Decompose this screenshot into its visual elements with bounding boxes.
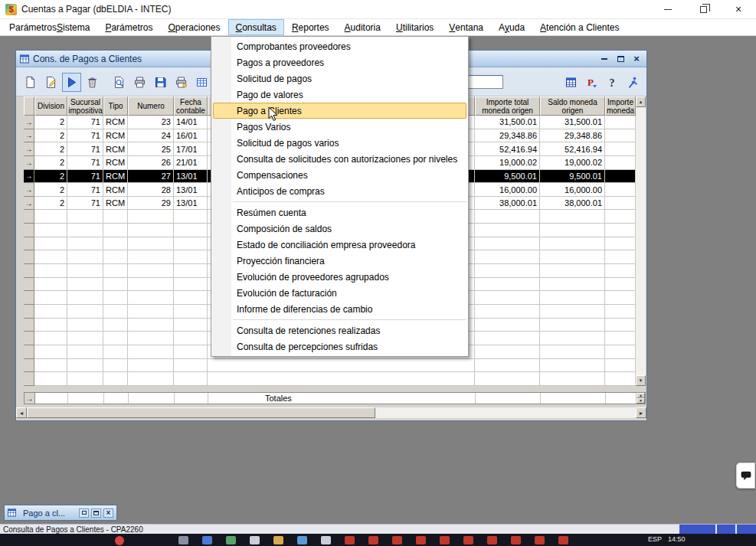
horizontal-scrollbar[interactable]: ◄ ► (16, 407, 646, 418)
child-close-button[interactable]: × (630, 54, 643, 64)
scroll-left-arrow[interactable]: ◄ (16, 407, 27, 418)
column-header-importe[interactable]: Importe total moneda origen (475, 96, 540, 116)
menu-item-consulta-de-solicitudes-con-autorizaciones-por-niveles[interactable]: Consulta de solicitudes con autorizacion… (213, 151, 466, 167)
column-header-fecha[interactable]: Fecha contable (174, 96, 208, 116)
export-grid-button[interactable] (192, 73, 211, 92)
menubar-item-ventana[interactable]: Ventana (441, 19, 491, 35)
params-button[interactable]: P (582, 73, 601, 92)
taskbar-app-icon[interactable] (115, 536, 124, 545)
cell-sucursal (67, 305, 103, 319)
grid-view-button[interactable] (561, 73, 581, 92)
menu-item-composicion-de-saldos[interactable]: Composición de saldos (213, 221, 466, 237)
mini-close-button[interactable]: × (103, 508, 113, 518)
menubar-item-parametros-sistema[interactable]: Parámetros Sistema (2, 19, 97, 35)
taskbar-app-icon[interactable] (226, 536, 236, 544)
empty-table-row[interactable] (24, 372, 636, 386)
taskbar-app-icon[interactable] (250, 536, 260, 544)
menubar-item-operaciones[interactable]: Operaciones (160, 19, 227, 35)
mini-restore-button[interactable] (79, 508, 89, 518)
child-maximize-button[interactable] (614, 54, 627, 64)
menu-item-estado-de-conciliacion-empresa-proveedora[interactable]: Estado de conciliación empresa proveedor… (213, 237, 466, 253)
column-header-blank[interactable] (24, 96, 34, 116)
column-header-tipo[interactable]: Tipo (103, 96, 128, 116)
scroll-right-arrow[interactable]: ► (636, 407, 646, 418)
help-button[interactable]: ? (603, 73, 622, 92)
close-button[interactable]: × (721, 0, 756, 18)
menubar-item-atencion-a-clientes[interactable]: Atención a Clientes (532, 19, 627, 35)
menubar-item-consultas[interactable]: Consultas (228, 19, 284, 35)
menu-item-solicitud-de-pagos[interactable]: Solicitud de pagos (213, 70, 466, 87)
exit-button[interactable] (623, 73, 643, 92)
menu-item-compensaciones[interactable]: Compensaciones (213, 167, 466, 183)
taskbar-app-icon[interactable] (345, 536, 355, 544)
scroll-down-arrow[interactable]: ▼ (636, 375, 646, 386)
menu-item-evolucion-de-proveedores-agrupados[interactable]: Evolución de proveedores agrupados (213, 269, 466, 285)
column-header-division[interactable]: Division (34, 96, 67, 116)
menu-item-pagos-varios[interactable]: Pagos Varios (213, 119, 466, 135)
menu-item-consulta-de-percepciones-sufridas[interactable]: Consulta de percepciones sufridas (213, 338, 466, 355)
vertical-scrollbar[interactable]: ▲ ▼ (636, 96, 646, 386)
taskbar-clock[interactable]: 14:50 (668, 535, 686, 543)
menu-item-informe-de-diferencias-de-cambio[interactable]: Informe de diferencias de cambio (213, 301, 466, 317)
taskbar-language[interactable]: ESP (648, 535, 662, 543)
cell-tipo: RCM (103, 129, 128, 143)
save-button[interactable] (151, 73, 170, 92)
spin-down-arrow[interactable]: ▼ (637, 398, 645, 404)
taskbar-app-icon[interactable] (273, 536, 283, 544)
minimized-window[interactable]: Pago a cl... × (4, 505, 117, 521)
totals-spinner[interactable]: ▲ ▼ (637, 393, 645, 404)
menu-item-evolucion-de-facturacion[interactable]: Evolución de facturación (213, 285, 466, 301)
taskbar-app-icon[interactable] (511, 536, 521, 544)
edit-record-button[interactable] (41, 73, 61, 92)
menu-item-consulta-de-retenciones-realizadas[interactable]: Consulta de retenciones realizadas (213, 322, 466, 338)
new-record-button[interactable] (21, 73, 40, 92)
minimize-button[interactable] (650, 0, 686, 18)
menubar-item-reportes[interactable]: Reportes (284, 19, 337, 35)
run-query-button[interactable] (62, 73, 81, 92)
menubar-item-parametros[interactable]: Parámetros (97, 19, 160, 35)
taskbar-app-icon[interactable] (321, 536, 331, 544)
column-header-numero[interactable]: Numero (128, 96, 174, 116)
column-header-sucursal[interactable]: Sucursal impositiva (67, 96, 103, 116)
preview-button[interactable] (110, 73, 129, 92)
scroll-up-arrow[interactable]: ▲ (636, 96, 646, 107)
taskbar-app-icon[interactable] (368, 536, 378, 544)
menubar-item-utilitarios[interactable]: Utilitarios (388, 19, 441, 35)
print-setup-button[interactable] (172, 73, 191, 92)
menu-item-solicitud-de-pagos-varios[interactable]: Solicitud de pagos varios (213, 135, 466, 151)
taskbar-app-icon[interactable] (440, 536, 450, 544)
delete-record-button[interactable] (83, 73, 102, 92)
spin-up-arrow[interactable]: ▲ (637, 393, 645, 398)
menu-item-proyeccion-financiera[interactable]: Proyección financiera (213, 253, 466, 269)
menu-item-pago-de-valores[interactable]: Pago de valores (213, 87, 466, 103)
taskbar-app-icon[interactable] (202, 536, 212, 544)
empty-table-row[interactable] (24, 359, 636, 373)
column-header-imp_mor[interactable]: Importe moneda (605, 96, 636, 116)
taskbar-app-icon[interactable] (297, 536, 307, 544)
row-indicator-arrow: → (24, 197, 34, 211)
menubar-item-auditoria[interactable]: Auditoria (337, 19, 388, 35)
vscroll-track[interactable] (636, 107, 646, 375)
taskbar-app-icon[interactable] (463, 536, 473, 544)
taskbar-app-icon[interactable] (535, 536, 545, 544)
restore-button[interactable] (686, 0, 721, 18)
taskbar-app-icon[interactable] (178, 536, 188, 544)
menubar-item-ayuda[interactable]: Ayuda (491, 19, 532, 35)
menu-item-anticipos-de-compras[interactable]: Anticipos de compras (213, 183, 466, 199)
taskbar-app-icon[interactable] (558, 536, 568, 544)
print-button[interactable] (130, 73, 149, 92)
cell-tipo: RCM (103, 116, 128, 129)
child-minimize-button[interactable] (598, 54, 610, 64)
taskbar-app-icon[interactable] (416, 536, 426, 544)
hscroll-thumb[interactable] (27, 407, 375, 418)
column-header-saldo[interactable]: Saldo moneda origen (540, 96, 605, 116)
mini-maximize-button[interactable] (91, 508, 101, 518)
menu-item-comprobantes-proveedores[interactable]: Comprobantes proveedores (213, 38, 466, 54)
taskbar-app-icon[interactable] (392, 536, 402, 544)
taskbar-app-icon[interactable] (487, 536, 497, 544)
menu-item-pagos-a-proveedores[interactable]: Pagos a proveedores (213, 54, 466, 70)
child-window-title: Cons. de Pagos a Clientes (33, 54, 142, 64)
menu-item-resumen-cuenta[interactable]: Resúmen cuenta (213, 204, 466, 221)
menu-item-pago-a-clientes[interactable]: Pago a Clientes (213, 103, 466, 119)
chat-widget[interactable] (736, 463, 755, 489)
